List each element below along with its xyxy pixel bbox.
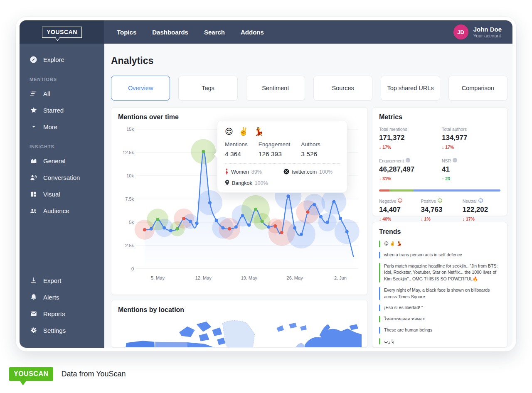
arrow-down-icon: ↓ bbox=[379, 216, 382, 221]
arrow-down-icon: ↓ bbox=[463, 216, 466, 221]
trend-text: 😌 ✌️ 💃 bbox=[384, 241, 402, 247]
trend-list-item[interactable]: when a trans person acts in self defence bbox=[379, 252, 500, 258]
tooltip-stat-label: Engagement bbox=[259, 141, 291, 147]
mentions-over-time-card: Mentions over time 15k12.5k10k7.5k5k2.5k… bbox=[111, 107, 368, 295]
trend-list-item[interactable]: ไหลกบหองอด ทลดอะ bbox=[379, 316, 500, 322]
footer-logo-tail-icon bbox=[20, 378, 26, 386]
metric-change: ↓ 31% bbox=[379, 176, 438, 181]
gear-icon bbox=[30, 327, 37, 334]
info-icon[interactable] bbox=[453, 158, 457, 163]
youscan-footer-logo: YOUSCAN bbox=[9, 367, 53, 381]
metric-value: 171,372 bbox=[379, 134, 438, 142]
sidebar-item-conversation[interactable]: Conversation bbox=[20, 169, 104, 186]
tab-sources[interactable]: Sources bbox=[313, 76, 372, 101]
sidebar-section-mentions: MENTIONS bbox=[20, 77, 104, 82]
chevron-down-icon bbox=[30, 123, 37, 131]
sentiment-value: 122,202 bbox=[463, 206, 500, 214]
compass-icon bbox=[30, 56, 37, 64]
area-chart-icon bbox=[30, 157, 37, 165]
people-icon bbox=[30, 207, 37, 215]
arrow-down-icon: ↓ bbox=[421, 216, 424, 221]
trend-list-item[interactable]: These are human beings bbox=[379, 327, 500, 334]
conversation-icon bbox=[30, 174, 37, 182]
svg-text:10k: 10k bbox=[126, 173, 134, 178]
top-navigation: TopicsDashboardsSearchAddons bbox=[104, 20, 264, 44]
tooltip-emojis: 😌 ✌️ 💃 bbox=[225, 127, 340, 136]
sidebar-item-starred[interactable]: Starred bbox=[20, 102, 104, 118]
metric-change: ↓ 17% bbox=[442, 145, 500, 150]
sidebar-item-label: Starred bbox=[43, 107, 64, 114]
metric-change-value: 31% bbox=[382, 176, 391, 181]
trend-color-bar bbox=[379, 252, 380, 258]
trend-list-item[interactable]: Every night of May, a black face is show… bbox=[379, 287, 500, 300]
top-bar: YOUSCAN TopicsDashboardsSearchAddons JD … bbox=[20, 20, 512, 44]
tooltip-stat: Mentions4 364 bbox=[225, 141, 248, 158]
trend-list-item[interactable]: 😌 ✌️ 💃 bbox=[379, 241, 500, 247]
trend-list-item[interactable]: ¡Eso sí es libertad! " bbox=[379, 305, 500, 311]
youscan-logo[interactable]: YOUSCAN bbox=[20, 20, 104, 44]
info-icon[interactable] bbox=[406, 158, 410, 163]
sentiment-neutral: Neutral 122,202↓ 17% bbox=[463, 198, 500, 221]
sidebar-item-more[interactable]: More bbox=[20, 118, 104, 135]
sidebar-item-audience[interactable]: Audience bbox=[20, 202, 104, 219]
tooltip-stat-value: 4 364 bbox=[225, 150, 248, 158]
metric-value: 134,977 bbox=[442, 134, 500, 142]
chart-tooltip: 😌 ✌️ 💃 Mentions4 364Engagement126 393Aut… bbox=[217, 120, 347, 193]
tooltip-detail-label: twitter.com bbox=[292, 169, 317, 175]
sentiment-label: Positive bbox=[421, 198, 462, 204]
sentiment-bar-segment-positive bbox=[389, 189, 414, 192]
sentiment-change: ↓ 17% bbox=[463, 216, 500, 221]
svg-text:15k: 15k bbox=[126, 127, 134, 132]
sentiment-label: Neutral bbox=[463, 198, 500, 204]
sidebar-item-alerts[interactable]: Alerts bbox=[20, 289, 104, 305]
sidebar-item-visual[interactable]: Visual bbox=[20, 186, 104, 202]
nav-item-search[interactable]: Search bbox=[204, 29, 225, 36]
sidebar-item-label: More bbox=[43, 123, 57, 130]
metric-nsr: NSR41↑ 23 bbox=[442, 158, 500, 181]
happy-face-icon bbox=[438, 198, 442, 204]
tooltip-stat: Engagement126 393 bbox=[259, 141, 291, 158]
trend-text: Paris match magazine headline for seokji… bbox=[384, 263, 500, 282]
svg-text:19. May: 19. May bbox=[241, 275, 258, 280]
svg-text:2.5k: 2.5k bbox=[125, 243, 134, 248]
sentiment-bar[interactable] bbox=[379, 189, 500, 192]
nav-item-dashboards[interactable]: Dashboards bbox=[152, 29, 188, 36]
metric-value: 41 bbox=[442, 165, 500, 174]
svg-text:26. May: 26. May bbox=[287, 275, 303, 280]
tab-sentiment[interactable]: Sentiment bbox=[246, 76, 305, 101]
youscan-app: YOUSCAN TopicsDashboardsSearchAddons JD … bbox=[20, 20, 512, 348]
sidebar-item-general[interactable]: General bbox=[20, 152, 104, 169]
trend-list-item[interactable]: Paris match magazine headline for seokji… bbox=[379, 263, 500, 282]
sidebar-item-all[interactable]: All bbox=[20, 85, 104, 102]
world-map[interactable] bbox=[118, 319, 362, 348]
sidebar-item-reports[interactable]: Reports bbox=[20, 305, 104, 322]
map-title: Mentions by location bbox=[118, 306, 361, 314]
svg-text:12.5k: 12.5k bbox=[123, 150, 134, 155]
angry-face-icon bbox=[398, 198, 402, 204]
svg-text:0: 0 bbox=[131, 266, 134, 271]
tab-overview[interactable]: Overview bbox=[111, 76, 170, 101]
tab-top-shared-urls[interactable]: Top shared URLs bbox=[381, 76, 440, 101]
tab-tags[interactable]: Tags bbox=[178, 76, 237, 101]
metric-label: Total authors bbox=[442, 127, 500, 132]
sentiment-bar-segment-neutral bbox=[414, 189, 500, 192]
sidebar-item-settings[interactable]: Settings bbox=[20, 322, 104, 339]
sidebar-item-export[interactable]: Export bbox=[20, 272, 104, 289]
trend-text: Every night of May, a black face is show… bbox=[384, 287, 500, 300]
nav-item-topics[interactable]: Topics bbox=[117, 29, 136, 36]
trend-color-bar bbox=[379, 287, 380, 300]
arrow-down-icon: ↓ bbox=[442, 145, 445, 150]
trend-color-bar bbox=[379, 316, 380, 322]
sidebar-item-explore[interactable]: Explore bbox=[20, 51, 104, 68]
svg-text:7.5k: 7.5k bbox=[125, 196, 134, 201]
youscan-logo-text: YOUSCAN bbox=[47, 29, 77, 35]
trend-list-item[interactable]: يا رب bbox=[379, 338, 500, 345]
metric-value: 46,287,497 bbox=[379, 165, 438, 174]
sidebar-item-label: Explore bbox=[43, 56, 64, 63]
account-menu[interactable]: JD John Doe Your account bbox=[453, 20, 512, 44]
sentiment-change: ↓ 40% bbox=[379, 216, 421, 221]
arrow-down-icon: ↓ bbox=[379, 145, 382, 150]
svg-text:12. May: 12. May bbox=[195, 275, 212, 280]
nav-item-addons[interactable]: Addons bbox=[241, 29, 264, 36]
tab-comparison[interactable]: Comparison bbox=[448, 76, 507, 101]
